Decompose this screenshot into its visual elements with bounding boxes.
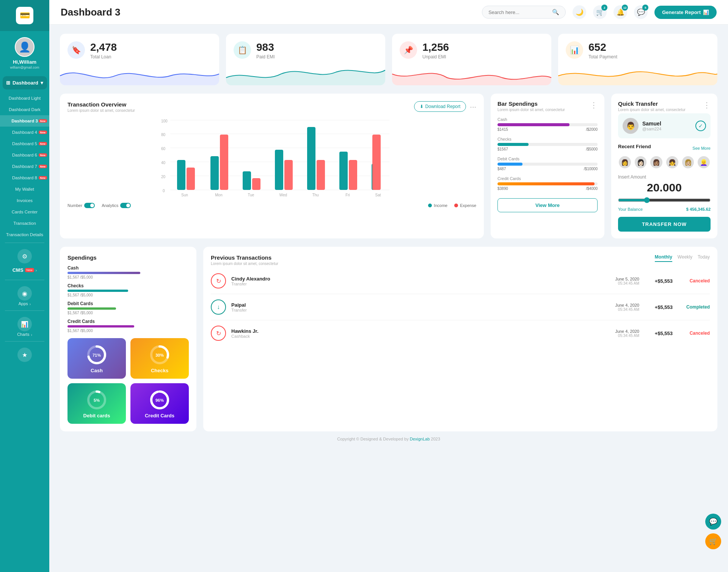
- trans-time-3: 05:34:45 AM: [615, 334, 639, 338]
- bar-spendings-subtitle: Lorem ipsum dolor sit amet, consectetur: [497, 108, 565, 112]
- transfer-user-id: @sam224: [642, 127, 661, 131]
- bar-spendings-more-button[interactable]: ⋮: [590, 100, 598, 110]
- header: Dashboard 3 🔍 🌙 🛒 2 🔔 12 💬 5 Generate Re…: [49, 0, 728, 25]
- transaction-overview-subtitle: Lorem ipsum dolor sit amet, consectetur: [67, 108, 135, 113]
- bar-spendings-card: Bar Spendings Lorem ipsum dolor sit amet…: [491, 94, 604, 238]
- dashboard-btn[interactable]: ⊞ Dashboard ▾: [3, 76, 47, 89]
- dark-mode-btn[interactable]: 🌙: [573, 5, 586, 19]
- sidebar-item-dashboard7[interactable]: Dashboard 7New: [0, 161, 49, 172]
- cart-btn[interactable]: 🛒 2: [593, 5, 607, 19]
- transfer-user-name: Samuel: [642, 121, 661, 127]
- generate-report-button[interactable]: Generate Report 📊: [654, 6, 717, 19]
- spendings-detail-bars: Cash $1,567 /$5,000 Checks $1,567 /$5,00…: [67, 265, 189, 333]
- sidebar-item-dashboard-dark[interactable]: Dashboard Dark: [0, 104, 49, 115]
- svg-rect-26: [284, 160, 293, 190]
- prev-trans-subtitle: Lorem ipsum dolor sit amet, consectetur: [211, 262, 278, 266]
- cms-icon[interactable]: ⚙: [17, 249, 32, 263]
- sidebar-star-section[interactable]: ★: [0, 344, 49, 364]
- apps-icon[interactable]: ◉: [17, 286, 32, 301]
- quick-transfer-more-button[interactable]: ⋮: [703, 100, 711, 110]
- cash-bar-fill: [497, 123, 570, 126]
- credit-detail-bar: [67, 325, 134, 328]
- badge-new: New: [39, 154, 47, 157]
- analytics-label: Analytics: [102, 203, 118, 208]
- friend-avatar-1[interactable]: 👩: [618, 155, 632, 169]
- download-report-button[interactable]: ⬇ Download Report: [414, 101, 466, 112]
- insert-amount-label: Insert Amount: [618, 174, 711, 180]
- unpaid-emi-label: Unpaid EMI: [422, 54, 449, 60]
- sidebar-item-invoices[interactable]: Invoices: [0, 195, 49, 206]
- charts-icon[interactable]: 📊: [17, 317, 32, 331]
- bell-btn[interactable]: 🔔 12: [613, 5, 627, 19]
- bar-chart-icon: 📊: [703, 9, 709, 15]
- debit-bar-track: [497, 163, 598, 166]
- spending-bars: Cash $1415 /$2000 Checks: [497, 117, 598, 191]
- cart-float-button[interactable]: 🛒: [705, 533, 721, 549]
- number-toggle[interactable]: [84, 203, 95, 208]
- credit-detail-amounts: $1,567 /$5,000: [67, 329, 189, 333]
- number-label: Number: [67, 203, 82, 208]
- message-btn[interactable]: 💬 5: [634, 5, 648, 19]
- debit-max: /$10000: [584, 167, 598, 171]
- debit-bar-row: Debit Cards $487 /$10000: [497, 157, 598, 171]
- badge-new: New: [39, 176, 47, 180]
- sidebar-divider4: [5, 341, 44, 342]
- quick-transfer-title: Quick Transfer: [618, 100, 686, 107]
- view-more-button[interactable]: View More: [497, 198, 598, 212]
- sidebar-item-transaction-details[interactable]: Transaction Details: [0, 229, 49, 240]
- friend-avatar-6[interactable]: 👱‍♀️: [697, 155, 711, 169]
- svg-rect-27: [307, 127, 315, 190]
- spendings-debit-row: Debit Cards $1,567 /$5,000: [67, 301, 189, 315]
- sidebar-item-dashboard4[interactable]: Dashboard 4New: [0, 127, 49, 138]
- checks-amounts: $1567 /$5000: [497, 147, 598, 151]
- income-label: Income: [434, 203, 447, 208]
- checks-donut-svg: 30%: [148, 343, 171, 366]
- svg-text:71%: 71%: [93, 353, 101, 357]
- table-row: ↻ Cindy Alexandro Transfer June 5, 2020 …: [211, 268, 710, 294]
- friend-avatar-2[interactable]: 👩🏻: [634, 155, 648, 169]
- support-float-button[interactable]: 💬: [705, 514, 721, 530]
- svg-rect-19: [177, 160, 185, 190]
- sidebar-apps-section[interactable]: ◉ Apps ›: [0, 282, 49, 308]
- donut-credit: 96% Credit Cards: [130, 383, 189, 424]
- paid-emi-icon: 📋: [234, 41, 251, 59]
- sidebar-item-dashboard8[interactable]: Dashboard 8New: [0, 172, 49, 183]
- amount-slider[interactable]: [618, 197, 711, 203]
- search-input[interactable]: [488, 9, 549, 15]
- sidebar-item-cards-center[interactable]: Cards Center: [0, 206, 49, 218]
- transfer-now-button[interactable]: TRANSFER NOW: [618, 217, 711, 232]
- sidebar-item-dashboard3[interactable]: Dashboard 3New: [0, 115, 49, 127]
- tab-today[interactable]: Today: [698, 254, 710, 262]
- badge-new: New: [39, 142, 47, 146]
- footer-brand-link[interactable]: DexignLab: [410, 437, 430, 441]
- star-icon[interactable]: ★: [17, 348, 32, 362]
- sidebar-divider: [5, 243, 44, 243]
- tab-monthly[interactable]: Monthly: [655, 254, 672, 262]
- sidebar-item-dashboard-light[interactable]: Dashboard Light: [0, 92, 49, 104]
- sidebar-cms-section[interactable]: ⚙ CMS New ›: [0, 245, 49, 277]
- svg-rect-23: [243, 171, 251, 190]
- donut-cash: 71% Cash: [67, 338, 126, 379]
- svg-rect-21: [210, 156, 219, 190]
- friend-avatar-3[interactable]: 👩🏽: [650, 155, 663, 169]
- trans-icon-cashback: ↻: [211, 326, 226, 341]
- prev-trans-title: Previous Transactions: [211, 254, 278, 261]
- message-badge: 5: [642, 5, 648, 11]
- sidebar-item-my-wallet[interactable]: My Wallet: [0, 183, 49, 195]
- analytics-toggle[interactable]: [120, 203, 131, 208]
- more-options-button[interactable]: ···: [470, 102, 476, 111]
- sidebar-item-dashboard6[interactable]: Dashboard 6New: [0, 149, 49, 161]
- see-more-link[interactable]: See More: [692, 146, 711, 150]
- sidebar-item-transaction[interactable]: Transaction: [0, 218, 49, 229]
- friend-avatars: 👩 👩🏻 👩🏽 👧 👩🏼 👱‍♀️: [618, 155, 711, 169]
- friend-avatar-5[interactable]: 👩🏼: [681, 155, 695, 169]
- tab-weekly[interactable]: Weekly: [678, 254, 692, 262]
- cash-detail-bar: [67, 272, 140, 274]
- friend-avatar-4[interactable]: 👧: [665, 155, 679, 169]
- sidebar-item-dashboard5[interactable]: Dashboard 5New: [0, 138, 49, 149]
- spendings-checks-row: Checks $1,567 /$5,000: [67, 283, 189, 297]
- trans-icon-down: ↓: [211, 299, 226, 315]
- sidebar-charts-section[interactable]: 📊 Charts ›: [0, 313, 49, 339]
- trans-tabs: Monthly Weekly Today: [655, 254, 710, 262]
- spendings-cash-row: Cash $1,567 /$5,000: [67, 265, 189, 279]
